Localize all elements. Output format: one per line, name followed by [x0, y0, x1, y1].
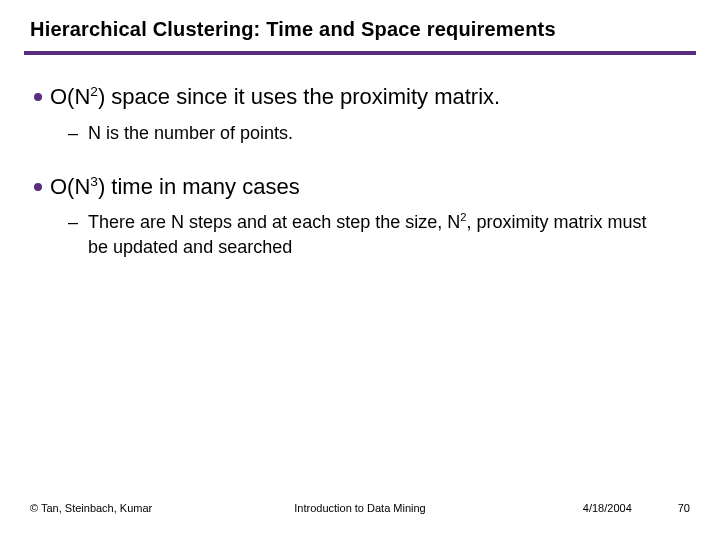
bullet-2-text: O(N3) time in many cases: [50, 173, 300, 201]
sub-bullet-1-text: N is the number of points.: [88, 121, 293, 145]
footer-date: 4/18/2004: [583, 502, 632, 514]
slide-title: Hierarchical Clustering: Time and Space …: [30, 18, 690, 41]
bullet-1-post: ) space since it uses the proximity matr…: [98, 84, 500, 109]
title-underline: [24, 51, 696, 55]
sub-1-pre: N is the number of points.: [88, 123, 293, 143]
footer-copyright: © Tan, Steinbach, Kumar: [30, 502, 152, 514]
bullet-1-pre: O(N: [50, 84, 90, 109]
bullet-icon: [34, 93, 42, 101]
sub-2-pre: There are N steps and at each step the s…: [88, 212, 460, 232]
bullet-icon: [34, 183, 42, 191]
bullet-2-pre: O(N: [50, 174, 90, 199]
footer-page: 70: [678, 502, 690, 514]
bullet-2: O(N3) time in many cases: [34, 173, 690, 201]
bullet-2-sup: 3: [90, 173, 98, 188]
sub-bullet-1: – N is the number of points.: [68, 121, 690, 145]
slide-footer: © Tan, Steinbach, Kumar Introduction to …: [30, 502, 690, 514]
bullet-1-text: O(N2) space since it uses the proximity …: [50, 83, 500, 111]
bullet-2-post: ) time in many cases: [98, 174, 300, 199]
slide: Hierarchical Clustering: Time and Space …: [0, 0, 720, 540]
sub-bullet-2: – There are N steps and at each step the…: [68, 210, 690, 259]
sub-bullet-2-text: There are N steps and at each step the s…: [88, 210, 648, 259]
dash-icon: –: [68, 121, 78, 145]
bullet-1-sup: 2: [90, 84, 98, 99]
dash-icon: –: [68, 210, 78, 234]
slide-body: O(N2) space since it uses the proximity …: [30, 83, 690, 259]
footer-title: Introduction to Data Mining: [294, 502, 425, 514]
bullet-1: O(N2) space since it uses the proximity …: [34, 83, 690, 111]
